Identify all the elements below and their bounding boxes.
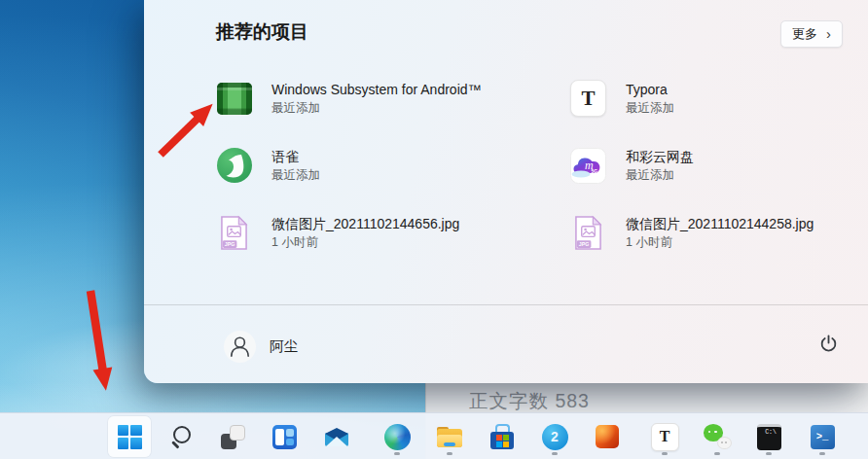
user-avatar-icon [224,331,256,363]
item-title: 和彩云网盘 [626,148,694,165]
recommended-section-title: 推荐的项目 [216,19,308,45]
running-indicator [766,452,772,455]
item-title: Windows Subsystem for Android™ [271,81,482,98]
powershell-icon: >_ [811,425,835,449]
hecaiyun-cloud-icon: m 5G [570,148,606,184]
screenshot-root: 正文字数 583 推荐的项目 更多 › Windows Subsystem fo… [0,0,868,459]
typora-icon: T [651,423,679,451]
blue-circle-app-icon: 2 [542,424,568,450]
taskbar: 2 T C:\ >_ [0,412,868,459]
search-button[interactable] [160,416,202,457]
wsa-cube-icon [217,83,252,115]
running-indicator [447,452,452,455]
item-title: 微信图片_20211102144258.jpg [626,215,814,232]
powershell-button[interactable]: >_ [801,416,844,457]
item-subtitle: 1 小时前 [626,234,814,251]
office-button[interactable] [586,416,629,457]
running-indicator [552,452,558,455]
running-indicator [819,452,825,455]
more-button[interactable]: 更多 › [780,20,843,48]
task-view-button[interactable] [211,416,254,457]
widgets-icon [272,425,297,449]
item-subtitle: 最近添加 [271,100,482,117]
windows-logo-icon [118,425,142,449]
power-button[interactable] [808,323,849,364]
item-title: 微信图片_20211102144656.jpg [271,215,459,232]
typora-icon: T [570,80,606,117]
store-bag-icon [490,424,514,449]
mail-button[interactable] [315,416,358,457]
typora-button[interactable]: T [643,416,686,457]
item-subtitle: 最近添加 [271,167,320,184]
running-indicator [714,452,720,455]
chevron-right-icon: › [826,26,831,41]
power-icon [818,334,839,354]
start-menu-panel: 推荐的项目 更多 › Windows Subsystem for Android… [144,0,868,383]
folder-icon [437,427,462,447]
edge-icon [384,424,411,450]
item-subtitle: 最近添加 [626,100,674,117]
command-prompt-button[interactable]: C:\ [747,416,790,457]
microsoft-store-button[interactable] [481,416,524,457]
user-bar: 阿尘 [144,305,868,383]
recommended-item-jpg-2[interactable]: JPG 微信图片_20211102144258.jpg 1 小时前 [570,211,868,254]
mail-envelope-icon [324,427,349,447]
word-count-status: 正文字数 583 [469,388,590,414]
hecaiyun-5g-badge: 5G [592,168,598,174]
typora-letter: T [581,87,595,111]
jpg-label: JPG [225,241,235,247]
yuque-bird-icon [216,148,252,184]
wechat-button[interactable] [696,416,739,457]
more-button-label: 更多 [792,25,817,43]
item-subtitle: 1 小时前 [271,234,459,251]
item-title: 语雀 [271,148,320,165]
blue-circle-app-button[interactable]: 2 [533,416,576,457]
search-icon [169,425,193,448]
file-explorer-button[interactable] [428,416,471,457]
recommended-item-yuque[interactable]: 语雀 最近添加 [216,144,562,187]
item-title: Typora [626,81,674,98]
start-button[interactable] [108,416,151,457]
jpg-file-icon: JPG [570,215,606,251]
blue-app-glyph: 2 [551,429,559,444]
recommended-item-jpg-1[interactable]: JPG 微信图片_20211102144656.jpg 1 小时前 [216,211,562,254]
jpg-label: JPG [579,241,590,247]
user-name: 阿尘 [270,337,298,356]
recommended-item-wsa[interactable]: Windows Subsystem for Android™ 最近添加 [216,77,562,120]
typora-letter: T [660,428,670,445]
running-indicator [394,452,400,455]
powershell-glyph: >_ [816,431,829,442]
recommended-item-hecaiyun[interactable]: m 5G 和彩云网盘 最近添加 [570,144,868,187]
task-view-icon [221,425,245,449]
item-subtitle: 最近添加 [626,167,694,184]
office-icon [596,425,619,448]
widgets-button[interactable] [263,416,306,457]
terminal-icon: C:\ [757,424,781,450]
edge-browser-button[interactable] [376,416,418,457]
jpg-file-icon: JPG [216,215,252,251]
running-indicator [662,452,668,455]
recommended-item-typora[interactable]: T Typora 最近添加 [570,77,868,120]
terminal-prompt-text: C:\ [761,430,781,436]
user-account-button[interactable]: 阿尘 [214,325,307,368]
wechat-bubbles-icon [704,424,732,449]
